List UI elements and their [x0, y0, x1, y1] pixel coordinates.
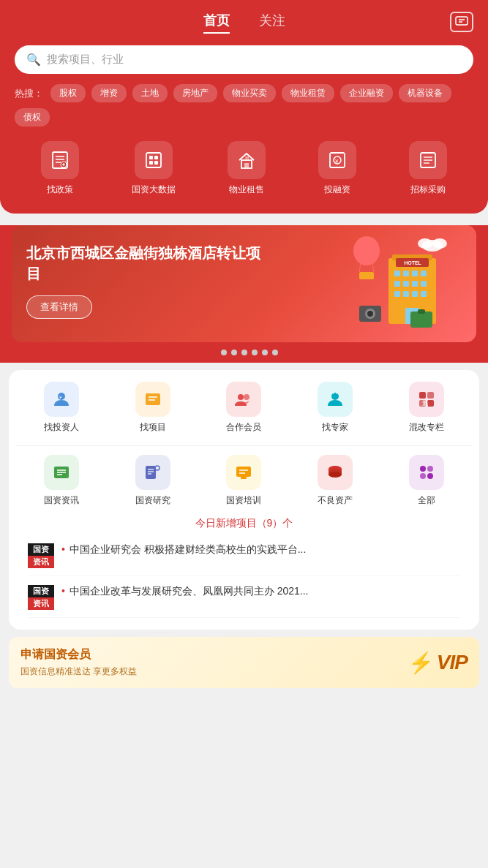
- news-item-0[interactable]: 国资 资讯 • 中国企业研究会 积极搭建财经类高校生的实践平台...: [28, 535, 460, 576]
- svg-rect-0: [456, 17, 468, 25]
- svg-rect-76: [236, 467, 251, 477]
- member-label: 合作会员: [226, 421, 261, 434]
- vip-left: 申请国资会员 国资信息精准送达 享更多权益: [20, 647, 408, 678]
- lightning-icon: ⚡: [408, 651, 434, 675]
- member-icon: [226, 382, 261, 417]
- svg-point-48: [418, 238, 432, 249]
- nav-training[interactable]: 国资培训: [226, 455, 261, 507]
- research-label: 国资研究: [135, 494, 170, 507]
- dot-4: [252, 350, 258, 355]
- banner-dots: [12, 342, 476, 363]
- news-dot-1: •: [61, 585, 65, 597]
- mixed-icon: 混: [409, 382, 444, 417]
- svg-point-86: [427, 466, 433, 472]
- tender-label: 招标采购: [410, 184, 446, 196]
- quick-nav-data[interactable]: 国资大数据: [132, 141, 176, 196]
- vip-subtitle: 国资信息精准送达 享更多权益: [20, 665, 408, 678]
- svg-rect-77: [241, 477, 247, 479]
- quick-nav-policy[interactable]: 找政策: [41, 141, 79, 196]
- invest-icon: ¥: [318, 141, 356, 179]
- nav-member[interactable]: 合作会员: [226, 382, 261, 434]
- hot-tag-2[interactable]: 土地: [132, 84, 168, 102]
- project-label: 找项目: [140, 421, 166, 434]
- nav-research[interactable]: 国资研究: [135, 455, 170, 507]
- hot-tag-0[interactable]: 股权: [50, 84, 86, 102]
- header-nav: 首页 关注: [15, 12, 473, 34]
- tab-home[interactable]: 首页: [203, 12, 230, 34]
- vip-title: 申请国资会员: [20, 647, 408, 663]
- message-icon[interactable]: [450, 12, 473, 32]
- divider-1: [16, 445, 472, 446]
- header: 首页 关注 🔍 搜索项目、行业 热搜： 股权 增资 土地 房地产 物业买卖: [0, 0, 488, 214]
- svg-rect-34: [403, 281, 409, 287]
- svg-text:混: 混: [422, 400, 429, 407]
- svg-point-59: [238, 394, 244, 400]
- policy-label: 找政策: [47, 184, 73, 196]
- svg-rect-39: [412, 291, 418, 297]
- search-bar[interactable]: 🔍 搜索项目、行业: [15, 45, 473, 74]
- hot-tag-7[interactable]: 机器设备: [399, 84, 451, 102]
- svg-rect-16: [244, 163, 249, 168]
- news-item-1[interactable]: 国资 资讯 • 中国企业改革与发展研究会、凤凰网共同主办 2021...: [28, 576, 460, 618]
- tab-follow[interactable]: 关注: [259, 12, 285, 34]
- nav-project[interactable]: 找项目: [135, 382, 170, 434]
- hot-tag-8[interactable]: 债权: [15, 108, 50, 127]
- training-icon: [226, 455, 261, 490]
- bad-asset-label: 不良资产: [318, 494, 353, 507]
- news-dot-0: •: [61, 543, 65, 555]
- news-tag-1: 国资 资讯: [28, 585, 54, 610]
- vip-right: ⚡ VIP: [408, 651, 468, 675]
- search-icon: 🔍: [26, 53, 41, 67]
- nav-mixed[interactable]: 混 混改专栏: [409, 382, 444, 434]
- dot-1: [221, 350, 227, 355]
- main-nav-section: ¥ 找投资人 找项目: [9, 370, 479, 630]
- svg-point-87: [420, 473, 426, 479]
- data-icon: [135, 141, 173, 179]
- bad-asset-icon: [318, 455, 353, 490]
- news-icon: [44, 455, 79, 490]
- svg-rect-50: [418, 309, 425, 314]
- banner-button[interactable]: 查看详情: [26, 295, 92, 319]
- all-icon: [409, 455, 444, 490]
- vip-badge: VIP: [437, 651, 468, 674]
- banner-illustration: HOTEL: [345, 233, 469, 335]
- svg-rect-31: [412, 271, 418, 276]
- svg-rect-62: [419, 392, 426, 399]
- app-container: 首页 关注 🔍 搜索项目、行业 热搜： 股权 增资 土地 房地产 物业买卖: [0, 0, 488, 868]
- hot-tag-1[interactable]: 增资: [91, 84, 127, 102]
- nav-expert[interactable]: 找专家: [318, 382, 353, 434]
- project-icon: [135, 382, 170, 417]
- quick-nav-tender[interactable]: 招标采购: [409, 141, 447, 196]
- svg-rect-33: [394, 281, 400, 287]
- hot-tag-5[interactable]: 物业租赁: [282, 84, 334, 102]
- nav-bad-asset[interactable]: 不良资产: [318, 455, 353, 507]
- svg-rect-36: [421, 281, 427, 287]
- news-content-1: 中国企业改革与发展研究会、凤凰网共同主办 2021...: [70, 585, 309, 597]
- svg-line-43: [359, 263, 361, 272]
- svg-point-85: [420, 466, 426, 472]
- banner-wrapper: 北京市西城区金融街独栋酒店转让项目 查看详情 HOTEL: [0, 225, 488, 363]
- quick-nav-invest[interactable]: ¥ 投融资: [318, 141, 356, 196]
- svg-line-44: [372, 263, 374, 272]
- hot-tag-6[interactable]: 企业融资: [340, 84, 393, 102]
- banner-card[interactable]: 北京市西城区金融街独栋酒店转让项目 查看详情 HOTEL: [12, 225, 476, 342]
- svg-rect-35: [412, 281, 418, 287]
- hot-tag-4[interactable]: 物业买卖: [223, 84, 276, 102]
- nav-news[interactable]: 国资资讯: [44, 455, 79, 507]
- svg-rect-30: [403, 271, 409, 276]
- vip-banner[interactable]: 申请国资会员 国资信息精准送达 享更多权益 ⚡ VIP: [9, 637, 479, 688]
- dot-0: [211, 350, 217, 355]
- all-label: 全部: [418, 494, 435, 507]
- news-text-0: • 中国企业研究会 积极搭建财经类高校生的实践平台...: [61, 542, 460, 557]
- hot-tag-3[interactable]: 房地产: [173, 84, 217, 102]
- hot-label: 热搜：: [15, 87, 43, 100]
- svg-text:HOTEL: HOTEL: [404, 260, 421, 265]
- nav-tabs: 首页 关注: [203, 12, 285, 34]
- quick-nav-rental[interactable]: 租 物业租售: [228, 141, 266, 196]
- svg-rect-56: [146, 393, 160, 405]
- svg-rect-12: [154, 156, 158, 159]
- policy-icon: [41, 141, 79, 179]
- nav-all[interactable]: 全部: [409, 455, 444, 507]
- nav-investor[interactable]: ¥ 找投资人: [44, 382, 79, 434]
- tag-line2-1: 资讯: [28, 597, 54, 610]
